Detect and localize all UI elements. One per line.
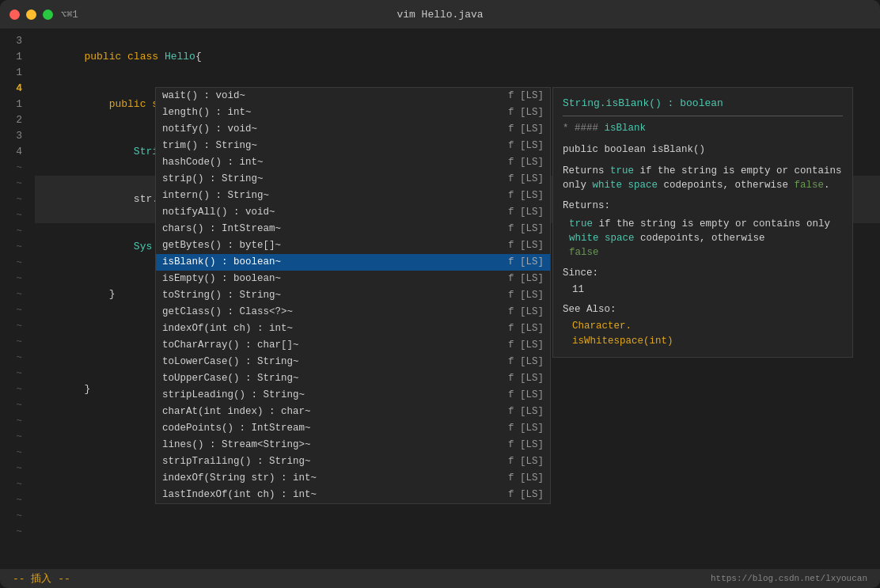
doc-hash-header: * #### isBlank bbox=[563, 121, 843, 136]
completion-popup[interactable]: wait() : void~ f [LS] length() : int~ f … bbox=[155, 87, 551, 504]
maximize-button[interactable] bbox=[43, 9, 53, 20]
doc-popup: String.isBlank() : boolean * #### isBlan… bbox=[552, 87, 853, 358]
completion-item[interactable]: notify() : void~ f [LS] bbox=[156, 121, 550, 138]
completion-item[interactable]: isEmpty() : boolean~ f [LS] bbox=[156, 271, 550, 287]
doc-see-also-label: See Also: bbox=[563, 302, 843, 317]
completion-item[interactable]: toUpperCase() : String~ f [LS] bbox=[156, 370, 550, 387]
completion-item[interactable]: toString() : String~ f [LS] bbox=[156, 287, 550, 304]
doc-divider bbox=[563, 116, 843, 116]
status-url: https://blog.csdn.net/lxyoucan bbox=[711, 574, 867, 583]
doc-see-also: Character. isWhitespace(int) bbox=[563, 319, 843, 349]
completion-item[interactable]: toCharArray() : char[]~ f [LS] bbox=[156, 337, 550, 354]
doc-since-val: 11 bbox=[563, 283, 843, 298]
traffic-lights bbox=[9, 9, 53, 20]
shortcut-label: ⌥⌘1 bbox=[61, 9, 78, 21]
completion-item[interactable]: stripLeading() : String~ f [LS] bbox=[156, 387, 550, 404]
line-numbers: 3 1 1 4 1 2 3 4 ~ ~ ~ ~ ~ ~ ~ ~ ~ ~ ~ ~ … bbox=[0, 28, 28, 569]
completion-item-selected[interactable]: isBlank() : boolean~ f [LS] bbox=[156, 254, 550, 271]
completion-item[interactable]: lastIndexOf(int ch) : int~ f [LS] bbox=[156, 487, 550, 503]
completion-item[interactable]: strip() : String~ f [LS] bbox=[156, 171, 550, 188]
completion-item[interactable]: trim() : String~ f [LS] bbox=[156, 138, 550, 154]
close-button[interactable] bbox=[9, 9, 20, 20]
doc-description: Returns true if the string is empty or c… bbox=[563, 164, 843, 192]
completion-item[interactable]: getBytes() : byte[]~ f [LS] bbox=[156, 237, 550, 254]
completion-item[interactable]: getClass() : Class<?>~ f [LS] bbox=[156, 304, 550, 321]
completion-item[interactable]: indexOf(int ch) : int~ f [LS] bbox=[156, 321, 550, 337]
completion-item[interactable]: indexOf(String str) : int~ f [LS] bbox=[156, 470, 550, 487]
doc-returns-label: Returns: bbox=[563, 199, 843, 214]
doc-returns-desc: true if the string is empty or contains … bbox=[563, 217, 843, 260]
code-editor[interactable]: public class Hello{ public static void m… bbox=[28, 28, 880, 569]
completion-item[interactable]: notifyAll() : void~ f [LS] bbox=[156, 204, 550, 221]
code-line-1: public class Hello{ bbox=[35, 33, 880, 81]
statusbar: -- 插入 -- https://blog.csdn.net/lxyoucan bbox=[0, 569, 880, 588]
completion-item[interactable]: hashCode() : int~ f [LS] bbox=[156, 154, 550, 171]
editor-container: 3 1 1 4 1 2 3 4 ~ ~ ~ ~ ~ ~ ~ ~ ~ ~ ~ ~ … bbox=[0, 28, 880, 569]
completion-item[interactable]: chars() : IntStream~ f [LS] bbox=[156, 221, 550, 237]
doc-title: String.isBlank() : boolean bbox=[563, 96, 843, 111]
completion-item[interactable]: length() : int~ f [LS] bbox=[156, 104, 550, 121]
completion-item[interactable]: intern() : String~ f [LS] bbox=[156, 188, 550, 204]
completion-item[interactable]: wait() : void~ f [LS] bbox=[156, 88, 550, 104]
completion-item[interactable]: lines() : Stream<String>~ f [LS] bbox=[156, 437, 550, 453]
doc-since-label: Since: bbox=[563, 266, 843, 281]
doc-method-sig: public boolean isBlank() bbox=[563, 142, 843, 157]
window: ⌥⌘1 vim Hello.java 3 1 1 4 1 2 3 4 ~ ~ ~… bbox=[0, 0, 880, 588]
completion-item[interactable]: stripTrailing() : String~ f [LS] bbox=[156, 453, 550, 470]
window-title: vim Hello.java bbox=[396, 9, 483, 21]
minimize-button[interactable] bbox=[26, 9, 36, 20]
titlebar: ⌥⌘1 vim Hello.java bbox=[0, 0, 880, 28]
completion-item[interactable]: toLowerCase() : String~ f [LS] bbox=[156, 354, 550, 370]
completion-item[interactable]: codePoints() : IntStream~ f [LS] bbox=[156, 420, 550, 437]
completion-item[interactable]: charAt(int index) : char~ f [LS] bbox=[156, 404, 550, 420]
status-mode: -- 插入 -- bbox=[13, 571, 70, 586]
